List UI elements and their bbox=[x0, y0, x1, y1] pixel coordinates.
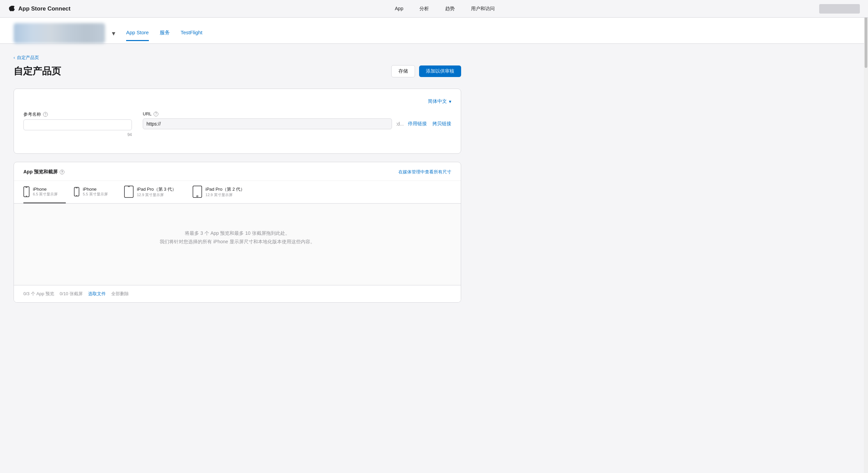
svg-point-9 bbox=[197, 195, 198, 197]
nav-trends[interactable]: 趋势 bbox=[445, 4, 455, 13]
disable-link-button[interactable]: 停用链接 bbox=[408, 121, 427, 127]
ref-name-label: 参考名称 ? bbox=[23, 111, 132, 117]
save-button[interactable]: 存储 bbox=[391, 65, 415, 77]
breadcrumb-label: 自定产品页 bbox=[17, 55, 39, 61]
lang-label: 简体中文 bbox=[428, 98, 447, 105]
form-section: 简体中文 ▾ 参考名称 ? 94 URL ? bbox=[14, 89, 461, 154]
svg-rect-4 bbox=[76, 188, 78, 188]
iphone55-info: iPhone 5.5 英寸显示屏 bbox=[83, 187, 107, 197]
url-label: URL ? bbox=[143, 111, 451, 116]
preview-count: 0/3 个 App 预览 bbox=[23, 291, 54, 297]
media-footer: 0/3 个 App 预览 0/10 张截屏 选取文件 全部删除 bbox=[14, 285, 461, 302]
lang-selector[interactable]: 简体中文 ▾ bbox=[23, 98, 451, 105]
apple-icon bbox=[8, 5, 16, 13]
nav-right-placeholder bbox=[819, 4, 860, 14]
svg-rect-3 bbox=[74, 187, 79, 196]
svg-rect-6 bbox=[124, 186, 133, 197]
drop-zone-line2: 我们将针对您选择的所有 iPhone 显示屏尺寸和本地化版本使用这些内容。 bbox=[160, 238, 315, 246]
app-header-top: ▾ App Store 服务 TestFlight bbox=[14, 18, 854, 43]
breadcrumb-arrow: ‹ bbox=[14, 55, 15, 60]
copy-link-button[interactable]: 拷贝链接 bbox=[432, 121, 451, 127]
device-tabs: iPhone 6.5 英寸显示屏 iPhone 5.5 英寸显示屏 bbox=[14, 181, 461, 204]
app-dropdown-chevron[interactable]: ▾ bbox=[112, 29, 115, 37]
svg-rect-7 bbox=[128, 187, 130, 187]
ipadpro3-info: iPad Pro（第 3 代） 12.9 英寸显示屏 bbox=[137, 186, 176, 197]
page-title: 自定产品页 bbox=[14, 65, 61, 78]
delete-all-link[interactable]: 全部删除 bbox=[111, 291, 129, 297]
ipadpro2-icon bbox=[193, 186, 202, 198]
brand-name: App Store Connect bbox=[18, 5, 71, 12]
brand-logo[interactable]: App Store Connect bbox=[8, 5, 71, 13]
svg-rect-8 bbox=[193, 186, 202, 197]
screenshot-count: 0/10 张截屏 bbox=[60, 291, 83, 297]
page-header: 自定产品页 存储 添加以供审核 bbox=[14, 65, 461, 78]
iphone55-icon bbox=[74, 187, 79, 196]
device-tab-ipadpro3[interactable]: iPad Pro（第 3 代） 12.9 英寸显示屏 bbox=[124, 181, 184, 203]
tab-appstore[interactable]: App Store bbox=[126, 25, 149, 41]
media-help-icon[interactable]: ? bbox=[60, 170, 64, 174]
media-section: App 预览和截屏 ? 在媒体管理中查看所有尺寸 iPhone 6.5 英寸显示… bbox=[14, 162, 461, 303]
drop-zone-line1: 将最多 3 个 App 预览和最多 10 张截屏拖到此处。 bbox=[160, 229, 315, 238]
page-actions: 存储 添加以供审核 bbox=[391, 65, 461, 77]
device-tab-iphone55[interactable]: iPhone 5.5 英寸显示屏 bbox=[74, 181, 116, 203]
media-title: App 预览和截屏 ? bbox=[23, 169, 64, 175]
ref-name-input[interactable] bbox=[23, 119, 132, 130]
view-all-link[interactable]: 在媒体管理中查看所有尺寸 bbox=[398, 169, 451, 175]
url-help-icon[interactable]: ? bbox=[154, 112, 158, 116]
url-input[interactable] bbox=[143, 118, 392, 129]
url-suffix: :d... bbox=[396, 121, 404, 127]
app-icon bbox=[14, 23, 105, 43]
iphone65-info: iPhone 6.5 英寸显示屏 bbox=[33, 187, 58, 197]
ref-name-group: 参考名称 ? 94 bbox=[23, 111, 132, 137]
ipadpro3-icon bbox=[124, 186, 134, 198]
iphone65-icon bbox=[23, 186, 29, 197]
nav-links: App 分析 趋势 用户和访问 bbox=[91, 4, 799, 13]
top-nav: App Store Connect App 分析 趋势 用户和访问 bbox=[0, 0, 868, 18]
svg-rect-5 bbox=[76, 195, 77, 196]
scrollbar[interactable] bbox=[864, 0, 868, 314]
url-row: :d... 停用链接 拷贝链接 bbox=[143, 118, 451, 129]
ipadpro2-info: iPad Pro（第 2 代） 12.9 英寸显示屏 bbox=[205, 186, 245, 197]
media-header: App 预览和截屏 ? 在媒体管理中查看所有尺寸 bbox=[14, 162, 461, 181]
url-actions: 停用链接 拷贝链接 bbox=[408, 121, 451, 127]
app-header: ▾ App Store 服务 TestFlight bbox=[0, 18, 868, 44]
select-files-link[interactable]: 选取文件 bbox=[88, 291, 106, 297]
svg-rect-2 bbox=[26, 196, 27, 196]
form-row: 参考名称 ? 94 URL ? :d... 停用链接 拷贝链接 bbox=[23, 111, 451, 137]
drop-zone-text: 将最多 3 个 App 预览和最多 10 张截屏拖到此处。 我们将针对您选择的所… bbox=[160, 229, 315, 246]
svg-rect-1 bbox=[25, 187, 27, 188]
ref-name-help-icon[interactable]: ? bbox=[43, 112, 48, 117]
main-content: ‹ 自定产品页 自定产品页 存储 添加以供审核 简体中文 ▾ 参考名称 ? 94 bbox=[0, 44, 475, 314]
tab-testflight[interactable]: TestFlight bbox=[181, 25, 202, 41]
app-tabs: App Store 服务 TestFlight bbox=[126, 25, 202, 41]
drop-zone: 将最多 3 个 App 预览和最多 10 张截屏拖到此处。 我们将针对您选择的所… bbox=[14, 204, 461, 285]
svg-rect-0 bbox=[24, 187, 29, 197]
tab-services[interactable]: 服务 bbox=[160, 25, 170, 41]
submit-button[interactable]: 添加以供审核 bbox=[419, 65, 461, 77]
url-group: URL ? :d... 停用链接 拷贝链接 bbox=[143, 111, 451, 137]
device-tab-iphone65[interactable]: iPhone 6.5 英寸显示屏 bbox=[23, 181, 66, 203]
nav-app[interactable]: App bbox=[395, 4, 403, 13]
breadcrumb[interactable]: ‹ 自定产品页 bbox=[14, 55, 461, 61]
nav-analytics[interactable]: 分析 bbox=[419, 4, 429, 13]
lang-chevron: ▾ bbox=[449, 99, 451, 104]
nav-users[interactable]: 用户和访问 bbox=[471, 4, 495, 13]
ref-name-char-count: 94 bbox=[23, 132, 132, 137]
device-tab-ipadpro2[interactable]: iPad Pro（第 2 代） 12.9 英寸显示屏 bbox=[193, 181, 253, 203]
